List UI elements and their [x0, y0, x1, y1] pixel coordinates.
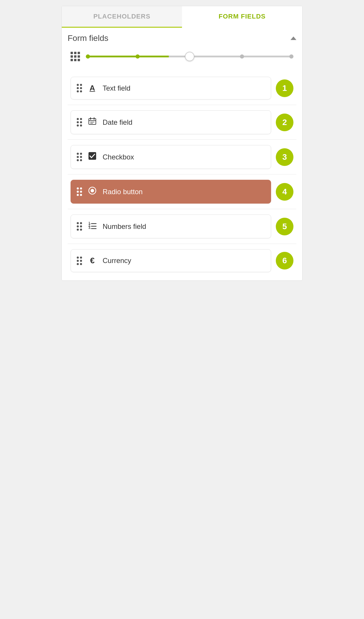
field-label-1: Text field — [103, 84, 131, 92]
field-label-6: Currency — [103, 257, 131, 265]
drag-handle-3[interactable] — [77, 153, 82, 161]
field-row-2: Date field 2 — [68, 105, 296, 140]
section-title: Form fields — [68, 34, 108, 43]
drag-handle-1[interactable] — [77, 84, 82, 92]
field-badge-6: 6 — [276, 252, 293, 269]
numbers-field-icon: 1. 2. 3. — [87, 221, 97, 232]
date-field-icon — [87, 117, 97, 127]
main-container: PLACEHOLDERS FORM FIELDS Form fields — [61, 6, 303, 281]
field-row-4: Radio button 4 — [68, 174, 296, 209]
size-slider[interactable] — [86, 56, 293, 57]
field-badge-1: 1 — [276, 79, 293, 97]
field-row-5: 1. 2. 3. Numbers field 5 — [68, 209, 296, 244]
slider-dot-2 — [136, 54, 140, 59]
field-list: A Text field 1 — [68, 71, 296, 277]
tab-bar: PLACEHOLDERS FORM FIELDS — [62, 6, 302, 28]
field-label-4: Radio button — [103, 188, 143, 196]
field-card-date[interactable]: Date field — [71, 110, 271, 134]
drag-handle-5[interactable] — [77, 222, 82, 231]
slider-handle[interactable] — [185, 52, 194, 61]
drag-handle-2[interactable] — [77, 118, 82, 127]
collapse-button[interactable] — [290, 36, 296, 40]
drag-handle-6[interactable] — [77, 257, 82, 265]
svg-rect-0 — [89, 119, 96, 124]
tab-form-fields[interactable]: FORM FIELDS — [182, 6, 302, 28]
field-badge-3: 3 — [276, 148, 293, 166]
field-row-1: A Text field 1 — [68, 71, 296, 105]
checkbox-field-icon — [87, 152, 97, 162]
svg-point-8 — [91, 189, 94, 192]
currency-field-icon: € — [87, 256, 97, 265]
field-badge-2: 2 — [276, 114, 293, 131]
text-field-icon: A — [87, 84, 97, 93]
svg-text:3.: 3. — [89, 226, 91, 229]
form-fields-section: Form fields — [62, 28, 302, 280]
drag-handle-4[interactable] — [77, 187, 82, 196]
slider-dot-5 — [289, 54, 293, 59]
radio-field-icon — [87, 187, 97, 197]
slider-dot-4 — [240, 54, 244, 59]
grid-view-icon[interactable] — [71, 52, 80, 61]
field-card-numbers[interactable]: 1. 2. 3. Numbers field — [71, 214, 271, 238]
section-header: Form fields — [68, 34, 296, 43]
field-card-checkbox[interactable]: Checkbox — [71, 145, 271, 169]
slider-dot-1 — [86, 54, 90, 59]
tab-placeholders[interactable]: PLACEHOLDERS — [62, 6, 182, 27]
field-card-text[interactable]: A Text field — [71, 77, 271, 99]
field-badge-5: 5 — [276, 218, 293, 235]
field-label-5: Numbers field — [103, 222, 146, 231]
field-row-6: € Currency 6 — [68, 244, 296, 277]
field-label-2: Date field — [103, 118, 132, 127]
slider-row — [68, 49, 296, 64]
field-card-radio[interactable]: Radio button — [71, 180, 271, 204]
field-row-3: Checkbox 3 — [68, 140, 296, 174]
field-label-3: Checkbox — [103, 153, 134, 161]
field-badge-4: 4 — [276, 183, 293, 201]
field-card-currency[interactable]: € Currency — [71, 249, 271, 272]
